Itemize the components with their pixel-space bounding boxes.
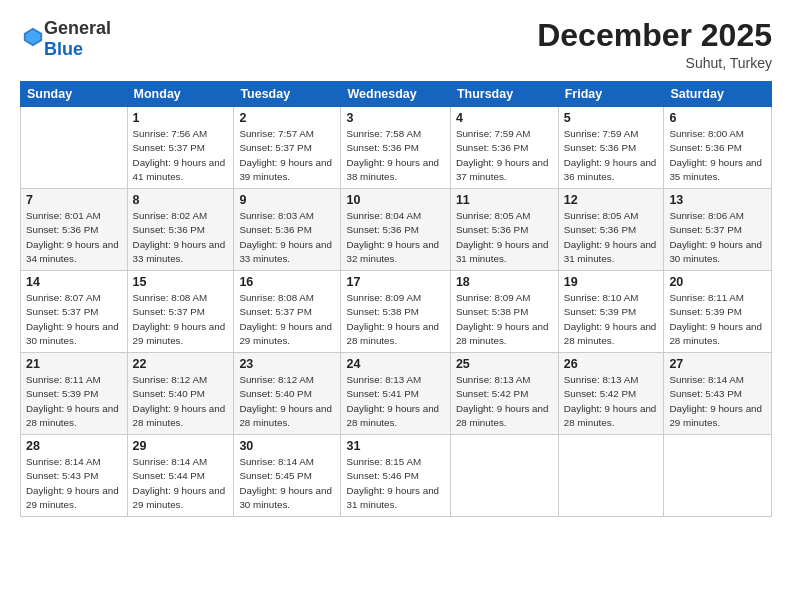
col-saturday: Saturday (664, 82, 772, 107)
calendar-week-row: 1Sunrise: 7:56 AM Sunset: 5:37 PM Daylig… (21, 107, 772, 189)
calendar-cell: 20Sunrise: 8:11 AM Sunset: 5:39 PM Dayli… (664, 271, 772, 353)
day-info: Sunrise: 8:09 AM Sunset: 5:38 PM Dayligh… (456, 291, 553, 348)
day-number: 30 (239, 439, 335, 453)
calendar-cell: 3Sunrise: 7:58 AM Sunset: 5:36 PM Daylig… (341, 107, 450, 189)
day-info: Sunrise: 8:00 AM Sunset: 5:36 PM Dayligh… (669, 127, 766, 184)
day-info: Sunrise: 8:06 AM Sunset: 5:37 PM Dayligh… (669, 209, 766, 266)
calendar-cell: 15Sunrise: 8:08 AM Sunset: 5:37 PM Dayli… (127, 271, 234, 353)
day-number: 14 (26, 275, 122, 289)
col-tuesday: Tuesday (234, 82, 341, 107)
calendar-week-row: 28Sunrise: 8:14 AM Sunset: 5:43 PM Dayli… (21, 435, 772, 517)
calendar-cell: 11Sunrise: 8:05 AM Sunset: 5:36 PM Dayli… (450, 189, 558, 271)
calendar-cell: 6Sunrise: 8:00 AM Sunset: 5:36 PM Daylig… (664, 107, 772, 189)
day-info: Sunrise: 8:13 AM Sunset: 5:42 PM Dayligh… (564, 373, 659, 430)
day-info: Sunrise: 8:14 AM Sunset: 5:44 PM Dayligh… (133, 455, 229, 512)
day-number: 16 (239, 275, 335, 289)
day-info: Sunrise: 8:05 AM Sunset: 5:36 PM Dayligh… (564, 209, 659, 266)
day-number: 25 (456, 357, 553, 371)
day-info: Sunrise: 7:56 AM Sunset: 5:37 PM Dayligh… (133, 127, 229, 184)
calendar-cell: 22Sunrise: 8:12 AM Sunset: 5:40 PM Dayli… (127, 353, 234, 435)
calendar-cell: 17Sunrise: 8:09 AM Sunset: 5:38 PM Dayli… (341, 271, 450, 353)
day-number: 20 (669, 275, 766, 289)
day-number: 23 (239, 357, 335, 371)
day-number: 1 (133, 111, 229, 125)
page-header: General Blue December 2025 Suhut, Turkey (20, 18, 772, 71)
day-info: Sunrise: 8:05 AM Sunset: 5:36 PM Dayligh… (456, 209, 553, 266)
day-info: Sunrise: 8:01 AM Sunset: 5:36 PM Dayligh… (26, 209, 122, 266)
calendar-week-row: 7Sunrise: 8:01 AM Sunset: 5:36 PM Daylig… (21, 189, 772, 271)
day-info: Sunrise: 7:59 AM Sunset: 5:36 PM Dayligh… (456, 127, 553, 184)
day-number: 11 (456, 193, 553, 207)
calendar-week-row: 14Sunrise: 8:07 AM Sunset: 5:37 PM Dayli… (21, 271, 772, 353)
day-number: 4 (456, 111, 553, 125)
day-info: Sunrise: 8:09 AM Sunset: 5:38 PM Dayligh… (346, 291, 444, 348)
day-info: Sunrise: 8:07 AM Sunset: 5:37 PM Dayligh… (26, 291, 122, 348)
day-number: 6 (669, 111, 766, 125)
day-number: 26 (564, 357, 659, 371)
day-info: Sunrise: 8:12 AM Sunset: 5:40 PM Dayligh… (133, 373, 229, 430)
day-info: Sunrise: 8:14 AM Sunset: 5:43 PM Dayligh… (26, 455, 122, 512)
day-info: Sunrise: 8:11 AM Sunset: 5:39 PM Dayligh… (26, 373, 122, 430)
day-info: Sunrise: 8:08 AM Sunset: 5:37 PM Dayligh… (133, 291, 229, 348)
col-thursday: Thursday (450, 82, 558, 107)
logo: General Blue (20, 18, 111, 59)
col-friday: Friday (558, 82, 664, 107)
day-number: 27 (669, 357, 766, 371)
day-number: 10 (346, 193, 444, 207)
day-info: Sunrise: 8:12 AM Sunset: 5:40 PM Dayligh… (239, 373, 335, 430)
day-number: 28 (26, 439, 122, 453)
day-info: Sunrise: 8:03 AM Sunset: 5:36 PM Dayligh… (239, 209, 335, 266)
calendar-cell: 8Sunrise: 8:02 AM Sunset: 5:36 PM Daylig… (127, 189, 234, 271)
calendar-cell: 5Sunrise: 7:59 AM Sunset: 5:36 PM Daylig… (558, 107, 664, 189)
day-number: 19 (564, 275, 659, 289)
calendar-cell: 1Sunrise: 7:56 AM Sunset: 5:37 PM Daylig… (127, 107, 234, 189)
calendar-cell: 27Sunrise: 8:14 AM Sunset: 5:43 PM Dayli… (664, 353, 772, 435)
day-number: 7 (26, 193, 122, 207)
day-number: 22 (133, 357, 229, 371)
calendar-cell (21, 107, 128, 189)
day-number: 21 (26, 357, 122, 371)
day-number: 9 (239, 193, 335, 207)
col-monday: Monday (127, 82, 234, 107)
calendar-cell: 10Sunrise: 8:04 AM Sunset: 5:36 PM Dayli… (341, 189, 450, 271)
col-wednesday: Wednesday (341, 82, 450, 107)
day-number: 13 (669, 193, 766, 207)
location: Suhut, Turkey (537, 55, 772, 71)
calendar-table: Sunday Monday Tuesday Wednesday Thursday… (20, 81, 772, 517)
day-number: 2 (239, 111, 335, 125)
day-number: 31 (346, 439, 444, 453)
day-info: Sunrise: 7:59 AM Sunset: 5:36 PM Dayligh… (564, 127, 659, 184)
calendar-cell: 4Sunrise: 7:59 AM Sunset: 5:36 PM Daylig… (450, 107, 558, 189)
day-number: 3 (346, 111, 444, 125)
calendar-cell: 25Sunrise: 8:13 AM Sunset: 5:42 PM Dayli… (450, 353, 558, 435)
day-info: Sunrise: 8:10 AM Sunset: 5:39 PM Dayligh… (564, 291, 659, 348)
calendar-week-row: 21Sunrise: 8:11 AM Sunset: 5:39 PM Dayli… (21, 353, 772, 435)
logo-icon (22, 26, 44, 48)
logo-blue-text: Blue (44, 39, 83, 59)
day-info: Sunrise: 8:04 AM Sunset: 5:36 PM Dayligh… (346, 209, 444, 266)
calendar-cell (450, 435, 558, 517)
col-sunday: Sunday (21, 82, 128, 107)
calendar-cell: 16Sunrise: 8:08 AM Sunset: 5:37 PM Dayli… (234, 271, 341, 353)
day-number: 8 (133, 193, 229, 207)
calendar-cell: 18Sunrise: 8:09 AM Sunset: 5:38 PM Dayli… (450, 271, 558, 353)
calendar-cell: 29Sunrise: 8:14 AM Sunset: 5:44 PM Dayli… (127, 435, 234, 517)
calendar-cell: 23Sunrise: 8:12 AM Sunset: 5:40 PM Dayli… (234, 353, 341, 435)
month-title: December 2025 (537, 18, 772, 53)
day-info: Sunrise: 8:14 AM Sunset: 5:45 PM Dayligh… (239, 455, 335, 512)
day-info: Sunrise: 8:02 AM Sunset: 5:36 PM Dayligh… (133, 209, 229, 266)
calendar-cell: 13Sunrise: 8:06 AM Sunset: 5:37 PM Dayli… (664, 189, 772, 271)
calendar-cell: 19Sunrise: 8:10 AM Sunset: 5:39 PM Dayli… (558, 271, 664, 353)
calendar-cell (558, 435, 664, 517)
day-number: 5 (564, 111, 659, 125)
day-info: Sunrise: 8:13 AM Sunset: 5:42 PM Dayligh… (456, 373, 553, 430)
day-number: 18 (456, 275, 553, 289)
day-info: Sunrise: 8:13 AM Sunset: 5:41 PM Dayligh… (346, 373, 444, 430)
calendar-cell: 2Sunrise: 7:57 AM Sunset: 5:37 PM Daylig… (234, 107, 341, 189)
calendar-cell: 14Sunrise: 8:07 AM Sunset: 5:37 PM Dayli… (21, 271, 128, 353)
calendar-cell (664, 435, 772, 517)
day-number: 15 (133, 275, 229, 289)
day-info: Sunrise: 8:15 AM Sunset: 5:46 PM Dayligh… (346, 455, 444, 512)
logo-general-text: General (44, 18, 111, 38)
day-info: Sunrise: 7:58 AM Sunset: 5:36 PM Dayligh… (346, 127, 444, 184)
